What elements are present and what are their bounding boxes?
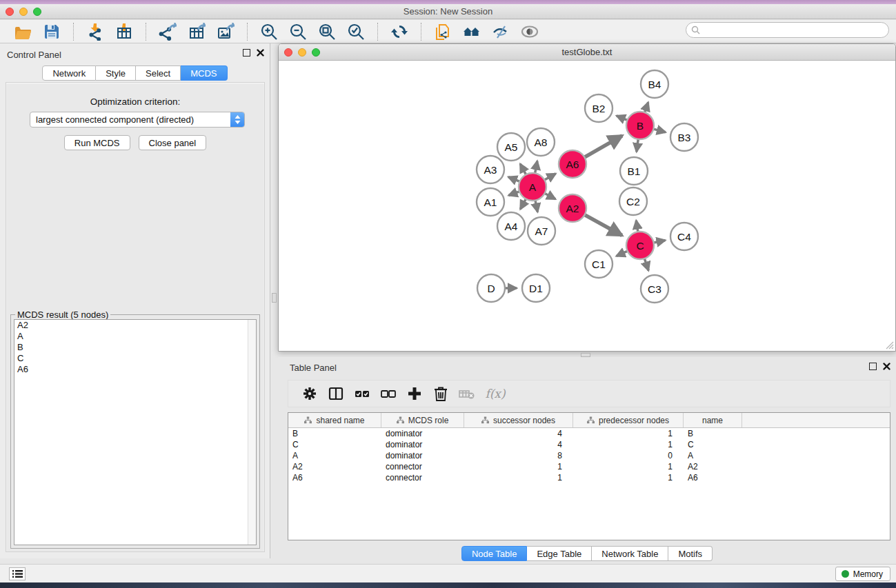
graph-node-A1[interactable]: A1 (477, 188, 504, 216)
search-field[interactable] (686, 22, 889, 38)
tab-style[interactable]: Style (96, 65, 136, 81)
import-table-from-file-button[interactable] (114, 22, 135, 41)
close-panel-button[interactable]: Close panel (139, 135, 207, 150)
svg-text:A4: A4 (505, 221, 518, 232)
tab-select[interactable]: Select (136, 65, 181, 81)
column-header-shared-name[interactable]: shared name (288, 413, 381, 427)
table-row[interactable]: Bdominator41B (288, 428, 890, 439)
vertical-splitter-handle[interactable] (272, 293, 277, 303)
graph-node-B2[interactable]: B2 (585, 94, 613, 122)
mcds-panel: Optimization criterion: largest connecte… (6, 82, 265, 552)
open-session-button[interactable] (12, 22, 33, 41)
table-del-icon (458, 385, 476, 403)
graph-node-A6[interactable]: A6 (559, 150, 586, 178)
graph-node-A2[interactable]: A2 (559, 194, 586, 222)
refresh-button[interactable] (389, 22, 410, 41)
select-all-button[interactable] (350, 383, 374, 404)
graph-node-C[interactable]: C (626, 232, 654, 259)
network-canvas[interactable]: B4B2BB3A8A5A6A3B1AA1C2A2A4A7C4CC1DC3D1 (279, 61, 895, 350)
svg-text:A1: A1 (484, 196, 497, 208)
table-header-row: shared nameMCDS rolesuccessor nodesprede… (288, 413, 890, 428)
table-tab-edge-table[interactable]: Edge Table (527, 546, 592, 561)
zoom-out-button[interactable] (288, 22, 308, 41)
table-tab-node-table[interactable]: Node Table (461, 546, 528, 561)
column-header-MCDS-role[interactable]: MCDS role (381, 413, 464, 427)
resize-grip-icon[interactable] (884, 340, 894, 349)
table-cell: connector (381, 461, 464, 472)
function-builder-button[interactable]: f(x) (481, 383, 505, 404)
mcds-result-list[interactable]: A2ABCA6 (14, 319, 257, 545)
result-scrollbar[interactable] (248, 320, 256, 545)
add-column-button[interactable] (403, 383, 426, 404)
graph-node-B3[interactable]: B3 (670, 123, 698, 151)
toggle-columns-button[interactable] (324, 383, 348, 404)
delete-table-button[interactable] (455, 383, 479, 404)
run-mcds-button[interactable]: Run MCDS (64, 135, 130, 150)
show-panel-button[interactable] (519, 22, 540, 41)
graph-node-A5[interactable]: A5 (497, 133, 525, 161)
network-window-titlebar[interactable]: testGlobe.txt (279, 44, 895, 61)
column-header-predecessor-nodes[interactable]: predecessor nodes (573, 413, 684, 427)
graph-node-D1[interactable]: D1 (522, 274, 550, 302)
graph-node-B4[interactable]: B4 (641, 70, 668, 98)
deselect-all-button[interactable] (377, 383, 400, 404)
result-item[interactable]: A6 (14, 364, 256, 375)
result-item[interactable]: A (14, 331, 256, 342)
zoom-in-button[interactable] (259, 22, 279, 41)
memory-button[interactable]: Memory (835, 567, 890, 581)
close-table-panel-icon[interactable] (883, 363, 890, 370)
close-panel-icon[interactable] (257, 49, 264, 57)
graph-node-A[interactable]: A (519, 173, 546, 201)
export-image-button[interactable] (215, 22, 236, 41)
graph-node-D[interactable]: D (477, 274, 505, 302)
search-input[interactable] (703, 26, 888, 35)
table-row[interactable]: A6connector11A6 (288, 472, 890, 483)
float-panel-icon[interactable] (243, 49, 250, 57)
tab-network[interactable]: Network (42, 65, 96, 81)
toolbar-separator (146, 23, 146, 41)
export-table-button[interactable] (186, 22, 207, 41)
import-network-from-file-button[interactable] (85, 22, 106, 41)
table-row[interactable]: Adominator80A (288, 450, 890, 461)
graph-node-A8[interactable]: A8 (527, 128, 555, 156)
edge-A2-C[interactable] (584, 214, 622, 236)
mcds-result-title: MCDS result (5 nodes) (15, 310, 110, 320)
table-tab-network-table[interactable]: Network Table (592, 546, 668, 561)
graph-node-C3[interactable]: C3 (641, 275, 668, 303)
save-session-button[interactable] (41, 22, 62, 41)
optimization-criterion-select[interactable]: largest connected component (directed) (30, 112, 245, 128)
table-cell: 0 (573, 450, 684, 461)
graph-node-A7[interactable]: A7 (528, 217, 555, 245)
table-row[interactable]: A2connector11A2 (288, 461, 890, 472)
column-header-successor-nodes[interactable]: successor nodes (464, 413, 573, 427)
table-settings-button[interactable] (298, 383, 321, 404)
table-tabs: Node TableEdge TableNetwork TableMotifs (278, 546, 896, 561)
table-tab-motifs[interactable]: Motifs (668, 546, 713, 561)
graph-node-B[interactable]: B (626, 112, 654, 139)
zoom-fit-button[interactable] (317, 22, 337, 41)
graph-node-C1[interactable]: C1 (585, 250, 613, 278)
hide-panel-button[interactable] (490, 22, 511, 41)
duplicate-network-button[interactable] (432, 22, 453, 41)
graph-node-B1[interactable]: B1 (620, 157, 648, 185)
svg-text:A3: A3 (484, 164, 497, 176)
table-row[interactable]: Cdominator41C (288, 439, 890, 450)
graph-node-C2[interactable]: C2 (619, 187, 647, 215)
edge-A6-B[interactable] (584, 136, 622, 158)
delete-column-button[interactable] (429, 383, 452, 404)
result-item[interactable]: A2 (14, 320, 256, 331)
export-network-button[interactable] (157, 22, 178, 41)
tab-mcds[interactable]: MCDS (181, 65, 227, 81)
zoom-selected-button[interactable] (346, 22, 366, 41)
float-table-panel-icon[interactable] (869, 363, 877, 370)
graph-node-C4[interactable]: C4 (670, 223, 698, 250)
graph-node-A3[interactable]: A3 (477, 156, 504, 183)
column-header-name[interactable]: name (684, 413, 742, 427)
task-history-button[interactable] (9, 567, 26, 580)
toolbar-separator (73, 23, 74, 41)
graph-node-A4[interactable]: A4 (497, 212, 525, 240)
result-item[interactable]: B (14, 342, 256, 353)
save-icon (43, 23, 61, 41)
home-button[interactable] (461, 22, 482, 41)
result-item[interactable]: C (14, 353, 256, 364)
